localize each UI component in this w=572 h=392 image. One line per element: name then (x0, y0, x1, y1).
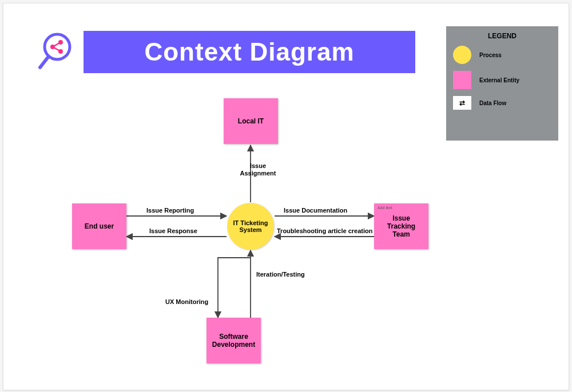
legend-entity-row: External Entity (453, 71, 551, 89)
process-it-ticketing[interactable]: IT Ticketing System (227, 203, 274, 250)
legend-flow-row: ⇄ Data Flow (453, 96, 551, 110)
square-icon (453, 71, 471, 89)
entity-local-it[interactable]: Local IT (224, 98, 278, 144)
page-title: Context Diagram (84, 31, 415, 73)
flow-issue-documentation: Issue Documentation (284, 207, 347, 214)
entity-software-dev[interactable]: Software Development (206, 318, 261, 363)
process-label: IT Ticketing System (227, 219, 274, 233)
flow-iteration-testing: Iteration/Testing (256, 271, 305, 278)
legend-process-row: Process (453, 46, 551, 64)
svg-line-6 (53, 47, 61, 51)
entity-end-user[interactable]: End user (72, 203, 126, 249)
diagram-canvas: Context Diagram LEGEND Process External … (3, 3, 569, 390)
entity-note: Add text (378, 206, 392, 210)
legend-flow-label: Data Flow (479, 100, 506, 106)
legend-heading: LEGEND (453, 32, 551, 40)
svg-line-1 (40, 57, 48, 67)
flow-issue-assignment: Issue Assignment (238, 162, 278, 177)
search-share-icon (37, 30, 78, 78)
flow-text: Issue Assignment (240, 162, 276, 177)
entity-label: End user (85, 222, 114, 230)
flow-issue-reporting: Issue Reporting (146, 207, 194, 214)
arrows-icon: ⇄ (453, 96, 471, 110)
legend-process-label: Process (479, 52, 502, 58)
flow-issue-response: Issue Response (149, 227, 197, 234)
circle-icon (453, 46, 471, 64)
entity-label: Software Development (210, 333, 257, 349)
entity-label: Issue Tracking Team (378, 214, 425, 238)
entity-issue-tracking[interactable]: Add text Issue Tracking Team (374, 203, 428, 249)
flow-troubleshooting: Troubleshooting article creation (277, 227, 372, 234)
svg-line-5 (53, 42, 61, 47)
entity-label: Local IT (238, 117, 264, 125)
legend-entity-label: External Entity (479, 77, 519, 83)
flow-ux-monitoring: UX Monitoring (165, 298, 208, 305)
legend-panel: LEGEND Process External Entity ⇄ Data Fl… (446, 26, 558, 141)
